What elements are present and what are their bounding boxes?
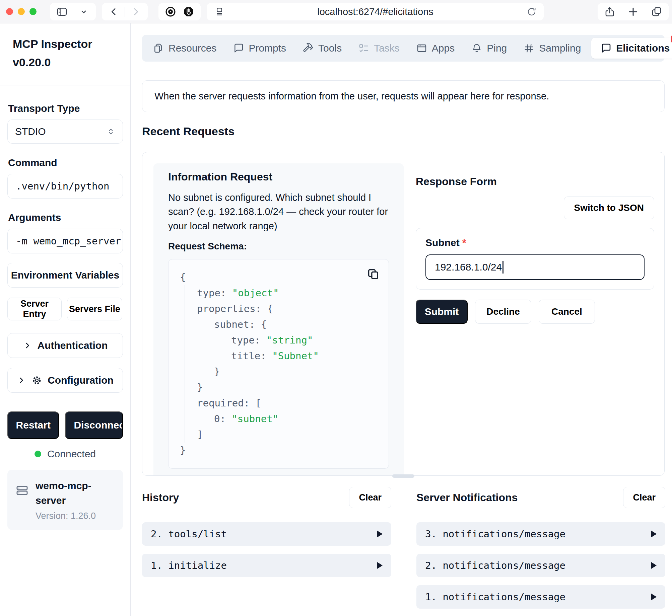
sidebar-header: MCP Inspector v0.20.0 [0, 23, 130, 85]
tab-resources[interactable]: Resources [145, 35, 225, 62]
transport-type-label: Transport Type [8, 103, 123, 114]
tab-tools[interactable]: Tools [294, 35, 350, 62]
clear-label: Clear [633, 492, 656, 503]
sidebar-toggle-icon[interactable] [55, 4, 69, 19]
url-text[interactable]: localhost:6274/#elicitations [317, 6, 433, 17]
chevron-down-icon[interactable] [76, 4, 91, 19]
divider [73, 7, 73, 17]
forward-icon[interactable] [128, 4, 143, 19]
reload-icon[interactable] [526, 6, 537, 17]
schema-line: ] [197, 427, 377, 443]
tools-icon [303, 43, 314, 54]
tabs-icon[interactable] [649, 4, 664, 19]
cancel-label: Cancel [551, 306, 582, 317]
record-icon[interactable] [163, 4, 178, 19]
extension-buttons [158, 3, 201, 20]
notification-item[interactable]: 2. notifications/message [416, 554, 665, 577]
arguments-input[interactable]: -m wemo_mcp_server [7, 229, 123, 253]
request-schema-viewer: { type: "object" properties: { subnet: {… [168, 259, 389, 469]
tab-ping[interactable]: Ping [463, 35, 515, 62]
disconnect-button[interactable]: Disconnect [65, 411, 123, 439]
nav-buttons [102, 3, 148, 20]
server-notifications-title: Server Notifications [416, 491, 518, 504]
connection-status-label: Connected [47, 448, 96, 460]
command-input[interactable]: .venv/bin/python [7, 174, 123, 199]
notification-item[interactable]: 3. notifications/message [416, 522, 665, 546]
authentication-expander[interactable]: Authentication [7, 333, 123, 358]
copy-icon[interactable] [366, 267, 380, 281]
app-title: MCP Inspector v0.20.0 [13, 35, 100, 72]
zoom-window-button[interactable] [29, 8, 37, 15]
history-item[interactable]: 2. tools/list [142, 522, 391, 546]
tab-prompts[interactable]: Prompts [225, 35, 294, 62]
share-icon[interactable] [602, 4, 617, 19]
restart-button[interactable]: Restart [7, 411, 59, 439]
schema-line: { [180, 270, 377, 285]
reader-icon[interactable] [214, 7, 224, 17]
url-bar[interactable]: localhost:6274/#elicitations [207, 3, 544, 20]
command-label: Command [8, 157, 123, 168]
divider [125, 7, 125, 17]
back-icon[interactable] [107, 4, 121, 19]
schema-line: } [214, 364, 377, 380]
information-request-panel: Information Request No subnet is configu… [153, 163, 404, 475]
submit-button[interactable]: Submit [416, 300, 468, 324]
notifications-clear-button[interactable]: Clear [623, 487, 665, 508]
tab-elicitations[interactable]: Elicitations 1 [591, 38, 672, 59]
server-notifications-panel: Server Notifications Clear 3. notificati… [403, 476, 672, 616]
connected-dot-icon [35, 451, 41, 457]
schema-line: type: "string" [231, 332, 377, 348]
transport-type-value: STDIO [15, 126, 46, 137]
tab-label: Ping [487, 43, 507, 54]
apps-icon [416, 43, 427, 54]
notification-item[interactable]: 1. notifications/message [416, 585, 665, 609]
restart-label: Restart [16, 419, 51, 431]
server-entry-button[interactable]: Server Entry [7, 298, 62, 320]
switch-to-json-button[interactable]: Switch to JSON [564, 197, 654, 219]
tab-label: Tasks [374, 43, 400, 54]
tab-label: Resources [169, 43, 216, 54]
stop-hand-icon[interactable] [181, 4, 196, 19]
elicitation-request-card: Information Request No subnet is configu… [142, 152, 665, 476]
close-window-button[interactable] [6, 8, 13, 15]
environment-variables-label: Environment Variables [11, 270, 119, 281]
clear-label: Clear [359, 492, 382, 503]
new-tab-icon[interactable] [626, 4, 641, 19]
minimize-window-button[interactable] [18, 8, 25, 15]
history-item[interactable]: 1. initialize [142, 554, 391, 577]
submit-label: Submit [425, 306, 459, 317]
schema-line: type: "object" [197, 285, 377, 301]
play-triangle-icon [377, 562, 383, 569]
request-schema-label: Request Schema: [168, 241, 389, 252]
switch-to-json-label: Switch to JSON [574, 203, 644, 213]
updown-chevrons-icon [107, 127, 115, 136]
connection-status: Connected [7, 448, 123, 460]
transport-type-select[interactable]: STDIO [7, 120, 123, 144]
servers-file-button[interactable]: Servers File [67, 298, 122, 320]
tab-tasks[interactable]: Tasks [350, 35, 408, 62]
decline-button[interactable]: Decline [475, 300, 531, 324]
configuration-expander[interactable]: Configuration [7, 368, 123, 393]
disconnect-label: Disconnect [74, 419, 123, 431]
notification-item-label: 2. notifications/message [425, 560, 565, 571]
response-form-panel: Response Form Switch to JSON Subnet* 192… [416, 163, 654, 475]
tasks-icon [358, 43, 369, 54]
browser-chrome: localhost:6274/#elicitations [0, 0, 672, 23]
tab-sampling[interactable]: Sampling [515, 35, 589, 62]
cancel-button[interactable]: Cancel [539, 300, 595, 324]
configuration-label: Configuration [48, 375, 114, 386]
history-clear-button[interactable]: Clear [349, 487, 391, 508]
elicitations-intro: When the server requests information fro… [142, 80, 665, 112]
notification-item-label: 1. notifications/message [425, 591, 565, 603]
panel-resize-handle[interactable] [392, 474, 414, 478]
environment-variables-button[interactable]: Environment Variables [7, 263, 123, 288]
subnet-input[interactable]: 192.168.1.0/24 [425, 254, 645, 280]
tab-label: Prompts [249, 43, 286, 54]
elicitations-icon [601, 43, 611, 54]
arguments-label: Arguments [8, 212, 123, 223]
server-name: wemo-mcp-server [36, 478, 106, 508]
tab-label: Sampling [539, 43, 581, 54]
server-icon [15, 484, 29, 521]
tab-apps[interactable]: Apps [408, 35, 463, 62]
decline-label: Decline [486, 306, 520, 317]
